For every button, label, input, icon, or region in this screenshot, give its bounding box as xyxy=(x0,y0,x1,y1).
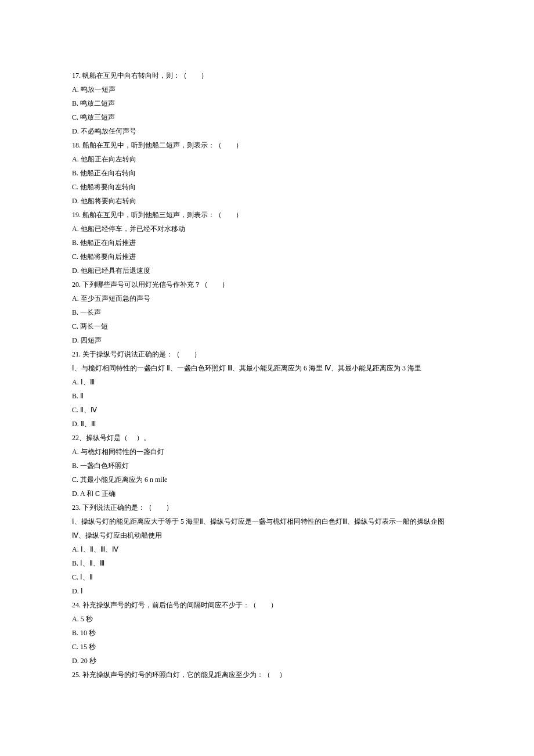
question-stem: 23. 下列说法正确的是：（ ） xyxy=(72,501,464,514)
option: C. Ⅰ、Ⅱ xyxy=(72,570,464,584)
question-stem: 22、操纵号灯是（ ）。 xyxy=(72,431,464,445)
question-sub: Ⅰ、操纵号灯的能见距离应大于等于 5 海里Ⅱ、操纵号灯应是一盏与桅灯相同特性的白… xyxy=(72,514,464,528)
option: C. 其最小能见距离应为 6 n mile xyxy=(72,473,464,487)
option: A. 与桅灯相同特性的一盏白灯 xyxy=(72,445,464,459)
question-stem: 21. 关于操纵号灯说法正确的是：（ ） xyxy=(72,347,464,361)
option: B. 他船正在向右转向 xyxy=(72,166,464,180)
option: D. Ⅱ、Ⅲ xyxy=(72,417,464,431)
option: C. 15 秒 xyxy=(72,640,464,654)
option: B. Ⅱ xyxy=(72,389,464,403)
option: D. 四短声 xyxy=(72,333,464,347)
option: C. 他船将要向左转向 xyxy=(72,180,464,194)
option: A. 鸣放一短声 xyxy=(72,82,464,96)
option: C. 他船将要向后推进 xyxy=(72,250,464,264)
option: A. 至少五声短而急的声号 xyxy=(72,291,464,305)
question-stem: 17. 帆船在互见中向右转向时，则：（ ） xyxy=(72,69,464,82)
option: A. 他船正在向左转向 xyxy=(72,152,464,166)
option: A. 他船已经停车，并已经不对水移动 xyxy=(72,222,464,236)
option: B. 他船正在向后推进 xyxy=(72,236,464,250)
option: B. 一盏白色环照灯 xyxy=(72,459,464,473)
question-sub: Ⅳ、操纵号灯应由机动船使用 xyxy=(72,528,464,542)
option: D. 不必鸣放任何声号 xyxy=(72,124,464,138)
option: B. 10 秒 xyxy=(72,626,464,640)
question-stem: 20. 下列哪些声号可以用灯光信号作补充？（ ） xyxy=(72,278,464,291)
option: B. Ⅰ、Ⅱ、Ⅲ xyxy=(72,556,464,570)
option: B. 鸣放二短声 xyxy=(72,96,464,110)
question-stem: 24. 补充操纵声号的灯号，前后信号的间隔时间应不少于：（ ） xyxy=(72,598,464,612)
option: D. 他船已经具有后退速度 xyxy=(72,264,464,278)
question-sub: Ⅰ、与桅灯相同特性的一盏白灯 Ⅱ、一盏白色环照灯 Ⅲ、其最小能见距离应为 6 海… xyxy=(72,361,464,375)
option: C. Ⅱ、Ⅳ xyxy=(72,403,464,417)
option: B. 一长声 xyxy=(72,305,464,319)
question-stem: 18. 船舶在互见中，听到他船二短声，则表示：（ ） xyxy=(72,138,464,152)
option: D. 20 秒 xyxy=(72,654,464,668)
option: D. Ⅰ xyxy=(72,584,464,598)
option: A. Ⅰ、Ⅱ、Ⅲ、Ⅳ xyxy=(72,542,464,556)
question-stem: 25. 补充操纵声号的灯号的环照白灯，它的能见距离应至少为：（ ） xyxy=(72,668,464,682)
option: D. A 和 C 正确 xyxy=(72,487,464,501)
option: C. 两长一短 xyxy=(72,319,464,333)
option: A. 5 秒 xyxy=(72,612,464,626)
option: A. Ⅰ、Ⅲ xyxy=(72,375,464,389)
document-page: 17. 帆船在互见中向右转向时，则：（ ） A. 鸣放一短声 B. 鸣放二短声 … xyxy=(0,0,534,750)
option: D. 他船将要向右转向 xyxy=(72,194,464,208)
question-stem: 19. 船舶在互见中，听到他船三短声，则表示：（ ） xyxy=(72,208,464,222)
option: C. 鸣放三短声 xyxy=(72,110,464,124)
